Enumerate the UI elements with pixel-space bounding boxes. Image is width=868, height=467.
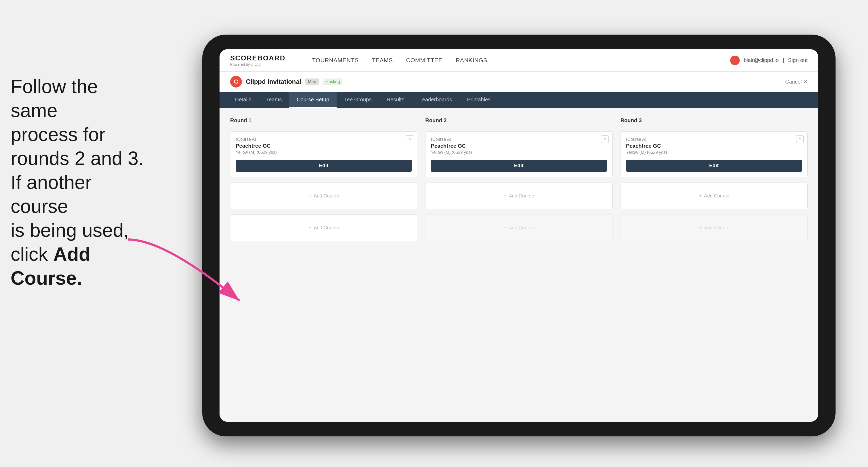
instruction-line2: process for (11, 124, 105, 145)
tablet-screen: SCOREBOARD Powered by clippd TOURNAMENTS… (220, 49, 818, 422)
round-1-course-label: (Course A) (236, 137, 412, 142)
cancel-button[interactable]: Cancel ✕ (785, 79, 808, 85)
instruction-line1: Follow the same (11, 76, 98, 121)
round-1-course-card: ○ (Course A) Peachtree GC Yellow (M) (66… (230, 131, 417, 177)
main-nav: TOURNAMENTS TEAMS COMMITTEE RANKINGS (312, 57, 714, 64)
instruction-panel: Follow the same process for rounds 2 and… (0, 74, 160, 290)
tournament-name: Clippd Invitational (246, 78, 301, 86)
instruction-line6: click Add Course. (11, 244, 90, 289)
round-1-course-name: Peachtree GC (236, 143, 412, 149)
user-avatar (730, 56, 740, 65)
nav-separator: | (783, 57, 784, 63)
round-3-column: Round 3 ○ (Course A) Peachtree GC Yellow… (621, 117, 808, 241)
round-3-label: Round 3 (621, 117, 808, 123)
plus-icon-r3-1: + (699, 193, 702, 199)
round-1-edit-button[interactable]: Edit (236, 160, 412, 172)
round-3-course-label: (Course A) (626, 137, 802, 142)
round-3-delete-icon[interactable]: ○ (796, 135, 804, 143)
round-3-course-name: Peachtree GC (626, 143, 802, 149)
round-2-edit-button[interactable]: Edit (431, 160, 607, 172)
user-menu: blair@clippd.io | Sign out (730, 56, 808, 65)
cancel-x-icon: ✕ (803, 79, 808, 85)
nav-tournaments[interactable]: TOURNAMENTS (312, 57, 359, 64)
round-1-delete-icon[interactable]: ○ (406, 135, 413, 143)
nav-rankings[interactable]: RANKINGS (456, 57, 488, 64)
plus-icon-r2-1: + (504, 193, 507, 199)
tab-tee-groups[interactable]: Tee Groups (337, 92, 379, 108)
brand-title: SCOREBOARD (230, 54, 285, 62)
tournament-logo: C (230, 76, 242, 88)
plus-icon-r1-1: + (308, 193, 312, 199)
round-1-add-course-1[interactable]: + Add Course (230, 183, 417, 209)
tab-course-setup[interactable]: Course Setup (289, 92, 337, 108)
hosting-badge: Hosting (323, 79, 342, 85)
round-3-edit-button[interactable]: Edit (626, 160, 802, 172)
round-2-delete-icon[interactable]: ○ (601, 135, 609, 143)
round-3-course-details: Yellow (M) (6629 yds) (626, 150, 802, 155)
tournament-info: C Clippd Invitational Men Hosting (230, 76, 342, 88)
main-content: Round 1 ○ (Course A) Peachtree GC Yellow… (220, 108, 818, 422)
rounds-container: Round 1 ○ (Course A) Peachtree GC Yellow… (230, 117, 808, 241)
top-navigation: SCOREBOARD Powered by clippd TOURNAMENTS… (220, 49, 818, 71)
instruction-line3: rounds 2 and 3. (11, 148, 144, 169)
round-2-label: Round 2 (425, 117, 612, 123)
sign-out-link[interactable]: Sign out (788, 57, 808, 63)
add-course-label-r1-2: Add Course (314, 225, 339, 231)
round-2-column: Round 2 ○ (Course A) Peachtree GC Yellow… (425, 117, 612, 241)
nav-committee[interactable]: COMMITTEE (406, 57, 442, 64)
user-email: blair@clippd.io (744, 57, 779, 63)
round-1-column: Round 1 ○ (Course A) Peachtree GC Yellow… (230, 117, 417, 241)
tab-bar: Details Teams Course Setup Tee Groups Re… (220, 92, 818, 108)
add-course-label-r3-2: Add Course (704, 225, 730, 231)
add-course-label-r1-1: Add Course (314, 193, 339, 199)
tab-results[interactable]: Results (379, 92, 412, 108)
tablet-device: SCOREBOARD Powered by clippd TOURNAMENTS… (202, 35, 836, 436)
nav-teams[interactable]: TEAMS (372, 57, 393, 64)
round-3-course-card: ○ (Course A) Peachtree GC Yellow (M) (66… (621, 131, 808, 177)
round-1-course-details: Yellow (M) (6629 yds) (236, 150, 412, 155)
round-2-course-card: ○ (Course A) Peachtree GC Yellow (M) (66… (425, 131, 612, 177)
tab-leaderboards[interactable]: Leaderboards (412, 92, 459, 108)
add-course-label-r2-1: Add Course (509, 193, 534, 199)
plus-icon-r3-2: + (699, 225, 702, 231)
brand-logo: SCOREBOARD Powered by clippd (230, 54, 285, 66)
round-2-course-label: (Course A) (431, 137, 607, 142)
round-3-add-course-1[interactable]: + Add Course (621, 183, 808, 209)
add-course-label-r2-2: Add Course (509, 225, 534, 231)
add-course-label-r3-1: Add Course (704, 193, 730, 199)
plus-icon-r2-2: + (504, 225, 507, 231)
men-badge: Men (305, 79, 319, 85)
round-1-label: Round 1 (230, 117, 417, 123)
sub-header: C Clippd Invitational Men Hosting Cancel… (220, 71, 818, 92)
round-2-add-course-1[interactable]: + Add Course (425, 183, 612, 209)
instruction-line4: If another course (11, 172, 92, 217)
round-1-add-course-2[interactable]: + Add Course (230, 215, 417, 241)
tab-printables[interactable]: Printables (460, 92, 498, 108)
plus-icon-r1-2: + (308, 225, 312, 231)
round-2-course-name: Peachtree GC (431, 143, 607, 149)
tab-teams[interactable]: Teams (259, 92, 289, 108)
round-2-add-course-2: + Add Course (425, 215, 612, 241)
round-3-add-course-2: + Add Course (621, 215, 808, 241)
brand-subtitle: Powered by clippd (230, 62, 285, 66)
round-2-course-details: Yellow (M) (6629 yds) (431, 150, 607, 155)
instruction-line5: is being used, (11, 220, 129, 241)
tab-details[interactable]: Details (227, 92, 259, 108)
